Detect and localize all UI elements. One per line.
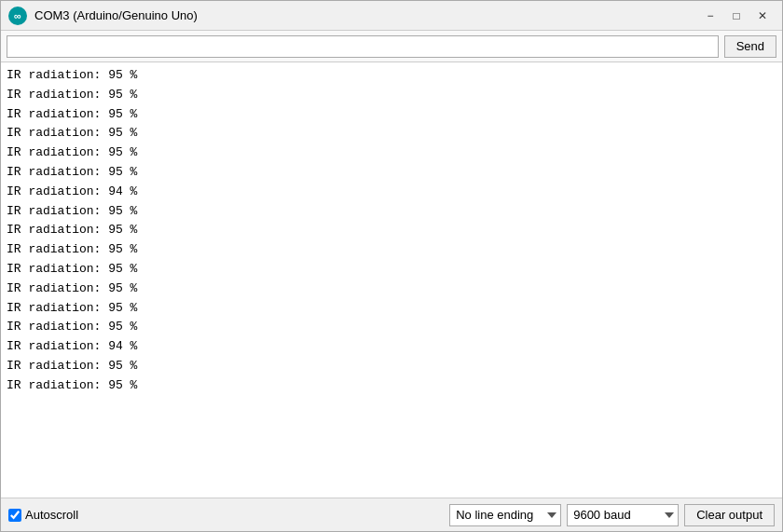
output-line: IR radiation: 95 % <box>7 299 776 319</box>
close-button[interactable]: ✕ <box>750 7 775 25</box>
serial-output[interactable]: IR radiation: 95 %IR radiation: 95 %IR r… <box>1 62 782 498</box>
status-bar-right: No line endingNewlineCarriage returnBoth… <box>449 504 775 526</box>
output-line: IR radiation: 95 % <box>7 221 776 240</box>
autoscroll-checkbox[interactable] <box>8 509 21 522</box>
output-line: IR radiation: 95 % <box>7 143 776 163</box>
status-bar: Autoscroll No line endingNewlineCarriage… <box>1 498 782 531</box>
serial-input[interactable] <box>7 35 719 58</box>
output-line: IR radiation: 94 % <box>7 183 776 202</box>
output-line: IR radiation: 95 % <box>7 202 776 222</box>
svg-text:∞: ∞ <box>14 10 21 21</box>
baud-rate-dropdown[interactable]: 300 baud1200 baud2400 baud4800 baud9600 … <box>567 504 679 526</box>
main-window: ∞ COM3 (Arduino/Genuino Uno) − □ ✕ Send … <box>0 0 783 532</box>
output-line: IR radiation: 95 % <box>7 163 776 183</box>
line-ending-dropdown[interactable]: No line endingNewlineCarriage returnBoth… <box>449 504 561 526</box>
window-controls: − □ ✕ <box>698 7 775 25</box>
output-line: IR radiation: 95 % <box>7 260 776 280</box>
output-line: IR radiation: 95 % <box>7 86 776 105</box>
arduino-logo-icon: ∞ <box>8 7 27 25</box>
title-bar: ∞ COM3 (Arduino/Genuino Uno) − □ ✕ <box>1 1 782 31</box>
output-line: IR radiation: 95 % <box>7 357 776 376</box>
output-line: IR radiation: 95 % <box>7 105 776 125</box>
output-line: IR radiation: 94 % <box>7 337 776 357</box>
minimize-button[interactable]: − <box>698 7 722 25</box>
output-line: IR radiation: 95 % <box>7 124 776 143</box>
input-toolbar: Send <box>1 31 782 62</box>
autoscroll-label: Autoscroll <box>25 508 78 522</box>
output-line: IR radiation: 95 % <box>7 240 776 260</box>
autoscroll-container: Autoscroll <box>8 508 442 522</box>
clear-output-button[interactable]: Clear output <box>684 504 775 526</box>
send-button[interactable]: Send <box>724 35 776 58</box>
output-line: IR radiation: 95 % <box>7 66 776 86</box>
output-line: IR radiation: 95 % <box>7 280 776 299</box>
window-title: COM3 (Arduino/Genuino Uno) <box>34 8 698 22</box>
output-line: IR radiation: 95 % <box>7 318 776 337</box>
maximize-button[interactable]: □ <box>724 7 749 25</box>
output-line: IR radiation: 95 % <box>7 376 776 396</box>
